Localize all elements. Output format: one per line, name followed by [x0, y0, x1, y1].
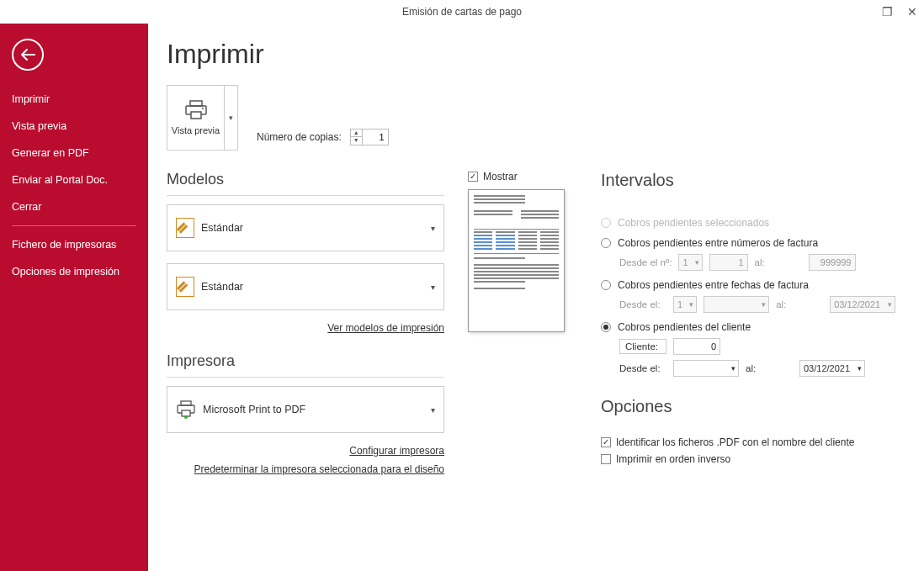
sidebar-item-label: Imprimir — [12, 93, 50, 105]
spinner-up-icon[interactable]: ▲ — [351, 130, 362, 137]
impresora-dropdown[interactable]: Microsoft Print to PDF ▾ — [167, 386, 444, 433]
modelo1-dropdown[interactable]: Estándar ▾ — [167, 204, 444, 251]
chevron-down-icon: ▾ — [431, 283, 435, 292]
close-icon[interactable]: ✕ — [904, 0, 921, 24]
svg-rect-4 — [181, 401, 191, 405]
hasta-fecha-cliente-select[interactable]: 03/12/2021 — [799, 360, 865, 377]
orden-inverso-checkbox[interactable] — [601, 454, 611, 464]
impresora-label: Microsoft Print to PDF — [203, 404, 305, 415]
sidebar-item-opciones-impresion[interactable]: Opciones de impresión — [0, 258, 148, 285]
copies-spinner[interactable]: ▲▼ — [350, 129, 389, 145]
mostrar-checkbox[interactable] — [468, 172, 478, 182]
radio-icon — [601, 280, 611, 290]
main-panel: Imprimir Vista previa ▾ Número de copias… — [148, 24, 924, 571]
hasta-numero-input[interactable] — [809, 254, 856, 271]
hasta-fecha-select[interactable]: 03/12/2021 — [830, 296, 895, 313]
ver-modelos-link[interactable]: Ver modelos de impresión — [167, 322, 444, 334]
al-label: al: — [776, 299, 823, 309]
modelo1-label: Estándar — [201, 222, 243, 234]
radio-label: Cobros pendientes entre fechas de factur… — [618, 279, 809, 291]
radio-icon — [601, 322, 611, 332]
preview-thumbnail[interactable] — [468, 189, 565, 332]
desde-fecha-select[interactable] — [704, 296, 769, 313]
modelo2-label: Estándar — [201, 281, 243, 293]
radio-cobros-fechas[interactable]: Cobros pendientes entre fechas de factur… — [601, 279, 899, 291]
radio-icon — [601, 218, 611, 228]
desde-fecha-cliente-select[interactable] — [673, 360, 739, 377]
radio-cobros-numeros[interactable]: Cobros pendientes entre números de factu… — [601, 237, 899, 249]
back-button[interactable] — [12, 39, 44, 71]
predeterminar-impresora-link[interactable]: Predeterminar la impresora seleccionada … — [167, 463, 444, 475]
sidebar-item-generar-pdf[interactable]: Generar en PDF — [0, 140, 148, 167]
desde-fecha-cliente-label: Desde el: — [619, 363, 666, 373]
page-title: Imprimir — [167, 39, 907, 70]
sidebar-item-fichero-impresoras[interactable]: Fichero de impresoras — [0, 231, 148, 258]
radio-cobros-cliente[interactable]: Cobros pendientes del cliente — [601, 321, 899, 333]
vista-previa-button[interactable]: Vista previa ▾ — [167, 85, 238, 151]
copies-label: Número de copias: — [257, 131, 342, 143]
svg-rect-0 — [190, 101, 202, 106]
modelo2-dropdown[interactable]: Estándar ▾ — [167, 263, 444, 310]
mostrar-label: Mostrar — [483, 171, 518, 182]
sidebar-item-enviar-portal[interactable]: Enviar al Portal Doc. — [0, 167, 148, 193]
svg-rect-2 — [191, 112, 201, 119]
al-label: al: — [746, 363, 793, 373]
desde-numero-label: Desde el nº: — [619, 257, 672, 267]
sidebar-separator — [12, 225, 136, 226]
al-label: al: — [755, 257, 802, 267]
sidebar-item-label: Vista previa — [12, 120, 66, 132]
svg-point-7 — [184, 415, 188, 419]
configurar-impresora-link[interactable]: Configurar impresora — [167, 445, 444, 457]
copies-input[interactable] — [363, 130, 388, 145]
impresora-title: Impresora — [167, 352, 444, 370]
radio-label: Cobros pendientes entre números de factu… — [618, 237, 818, 249]
identificar-pdf-label: Identificar los ficheros .PDF con el nom… — [616, 436, 854, 448]
preview-button-label: Vista previa — [172, 125, 220, 135]
radio-cobros-seleccionados: Cobros pendientes seleccionados — [601, 217, 899, 229]
desde-numero-serie-select[interactable]: 1 — [678, 254, 702, 271]
opciones-title: Opciones — [601, 397, 899, 416]
title-bar: Emisión de cartas de pago ❐ ✕ — [0, 0, 924, 24]
chevron-down-icon: ▾ — [431, 405, 435, 415]
sidebar-item-label: Fichero de impresoras — [12, 239, 116, 251]
sidebar: Imprimir Vista previa Generar en PDF Env… — [0, 24, 148, 571]
radio-icon — [601, 238, 611, 248]
printer-icon — [184, 100, 208, 120]
modelos-title: Modelos — [167, 171, 444, 188]
svg-point-3 — [202, 108, 204, 109]
sidebar-item-imprimir[interactable]: Imprimir — [0, 86, 148, 113]
cliente-input[interactable] — [673, 338, 720, 355]
document-icon — [176, 218, 194, 238]
window-title: Emisión de cartas de pago — [402, 6, 522, 18]
orden-inverso-label: Imprimir en orden inverso — [616, 453, 730, 465]
printer-ready-icon — [176, 400, 196, 419]
sidebar-item-label: Enviar al Portal Doc. — [12, 174, 108, 186]
sidebar-item-vista-previa[interactable]: Vista previa — [0, 113, 148, 140]
desde-fecha-serie-select[interactable]: 1 — [673, 296, 697, 313]
intervalos-title: Intervalos — [601, 171, 899, 190]
radio-label: Cobros pendientes seleccionados — [618, 217, 769, 229]
radio-label: Cobros pendientes del cliente — [618, 321, 751, 333]
sidebar-item-label: Opciones de impresión — [12, 266, 119, 278]
desde-numero-input[interactable] — [709, 254, 748, 271]
sidebar-item-cerrar[interactable]: Cerrar — [0, 193, 148, 220]
preview-dropdown-button[interactable]: ▾ — [224, 86, 237, 150]
cliente-label: Cliente: — [619, 339, 666, 354]
sidebar-item-label: Generar en PDF — [12, 147, 89, 159]
chevron-down-icon: ▾ — [431, 224, 435, 233]
identificar-pdf-checkbox[interactable] — [601, 437, 611, 447]
spinner-down-icon[interactable]: ▼ — [351, 137, 362, 145]
document-icon — [176, 277, 194, 297]
sidebar-item-label: Cerrar — [12, 201, 41, 213]
svg-rect-6 — [182, 410, 190, 416]
desde-fecha-label: Desde el: — [619, 299, 666, 309]
maximize-icon[interactable]: ❐ — [879, 0, 895, 24]
